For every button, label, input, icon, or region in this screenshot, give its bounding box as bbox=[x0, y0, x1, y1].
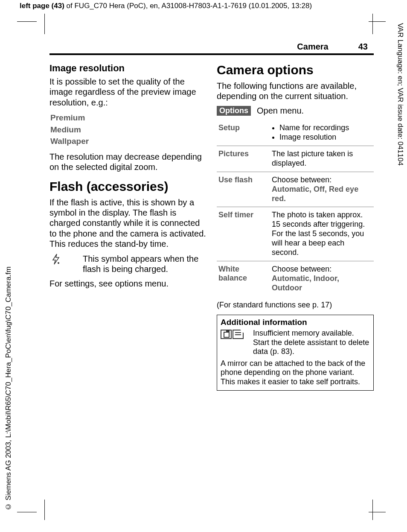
additional-info-box: Additional information Insufficient memo… bbox=[217, 315, 374, 391]
running-head: Camera 43 bbox=[49, 42, 374, 52]
svg-point-0 bbox=[58, 262, 59, 264]
options-softkey-line: Options Open menu. bbox=[217, 106, 374, 116]
flash-symbol-row: This symbol appears when the flash is be… bbox=[51, 254, 206, 275]
resolution-option: Wallpaper bbox=[50, 135, 206, 147]
heading-flash: Flash (accessories) bbox=[49, 179, 206, 194]
standard-functions-note: (For standard functions see p. 17) bbox=[217, 301, 374, 310]
opt-key: Pictures bbox=[217, 146, 270, 172]
crop-mark bbox=[44, 14, 45, 34]
heading-image-resolution: Image resolution bbox=[49, 63, 206, 74]
opt-val: Choose between: Automatic, Indoor, Outdo… bbox=[270, 261, 374, 296]
table-row: Self timer The photo is taken approx. 15… bbox=[217, 207, 374, 261]
options-table: Setup Name for recordings Image resoluti… bbox=[217, 120, 374, 296]
para-options-intro: The following functions are available, d… bbox=[217, 81, 374, 102]
table-row: White balance Choose between: Automatic,… bbox=[217, 261, 374, 296]
page-content: Camera 43 Image resolution It is possibl… bbox=[49, 42, 374, 391]
flash-charging-icon bbox=[51, 254, 71, 275]
opt-val-bold: Automatic, Indoor, Outdoor bbox=[272, 274, 339, 292]
para-flash: If the flash is active, this is shown by… bbox=[49, 197, 206, 249]
opt-list-item: Image resolution bbox=[279, 133, 371, 142]
crop-mark bbox=[44, 500, 45, 520]
left-margin-text: © Siemens AG 2003, L:\Mobil\R65\C70_Hera… bbox=[4, 266, 13, 511]
running-section: Camera bbox=[297, 42, 328, 52]
mirror-text: A mirror can be attached to the back of … bbox=[221, 359, 370, 387]
para-zoom-note: The resolution may decrease depending on… bbox=[49, 152, 206, 172]
top-header-bold: left page (43) bbox=[20, 2, 64, 10]
running-page-number: 43 bbox=[358, 42, 368, 52]
right-column: Camera options The following functions a… bbox=[217, 63, 374, 391]
resolution-option: Medium bbox=[50, 124, 206, 136]
top-header: left page (43) of FUG_C70 Hera (PoC), en… bbox=[20, 2, 312, 10]
opt-val: Choose between: Automatic, Off, Red eye … bbox=[270, 172, 374, 207]
crop-mark bbox=[17, 21, 37, 22]
options-open-text: Open menu. bbox=[257, 106, 304, 116]
crop-mark bbox=[369, 512, 386, 512]
crop-mark bbox=[17, 512, 37, 512]
opt-val: The last picture taken is displayed. bbox=[270, 146, 374, 172]
para-settings-ref: For settings, see options menu. bbox=[49, 278, 206, 289]
heading-camera-options: Camera options bbox=[217, 63, 374, 77]
opt-key: White balance bbox=[217, 261, 270, 296]
left-column: Image resolution It is possible to set t… bbox=[49, 63, 206, 391]
table-row: Pictures The last picture taken is displ… bbox=[217, 146, 374, 172]
crop-mark bbox=[372, 500, 373, 520]
opt-key: Self timer bbox=[217, 207, 270, 261]
running-rule bbox=[49, 53, 374, 55]
opt-key: Use flash bbox=[217, 172, 270, 207]
resolution-option: Premium bbox=[50, 112, 206, 124]
crop-mark bbox=[372, 14, 373, 34]
opt-val: Name for recordings Image resolution bbox=[270, 120, 374, 146]
opt-val-bold: Automatic, Off, Red eye red. bbox=[272, 185, 358, 203]
additional-info-heading: Additional information bbox=[221, 318, 370, 327]
memory-text: Insufficient memory available. Start the… bbox=[253, 329, 370, 357]
note-icon bbox=[233, 330, 244, 339]
crop-mark bbox=[369, 21, 386, 22]
top-header-rest: of FUG_C70 Hera (PoC), en, A31008-H7803-… bbox=[64, 2, 312, 10]
options-softkey-chip: Options bbox=[217, 106, 251, 116]
memory-icons bbox=[221, 329, 246, 357]
opt-val-text: Choose between: bbox=[272, 175, 331, 184]
right-margin-text: VAR Language: en; VAR issue date: 041104 bbox=[396, 23, 404, 166]
flash-symbol-desc: This symbol appears when the flash is be… bbox=[83, 254, 206, 275]
para-image-resolution: It is possible to set the quality of the… bbox=[49, 76, 206, 108]
opt-val: The photo is taken approx. 15 seconds af… bbox=[270, 207, 374, 261]
table-row: Use flash Choose between: Automatic, Off… bbox=[217, 172, 374, 207]
opt-val-text: Choose between: bbox=[272, 265, 331, 273]
floppy-icon bbox=[221, 330, 232, 339]
opt-key: Setup bbox=[217, 120, 270, 146]
opt-list-item: Name for recordings bbox=[279, 123, 371, 133]
table-row: Setup Name for recordings Image resoluti… bbox=[217, 120, 374, 146]
resolution-options: Premium Medium Wallpaper bbox=[50, 112, 206, 147]
